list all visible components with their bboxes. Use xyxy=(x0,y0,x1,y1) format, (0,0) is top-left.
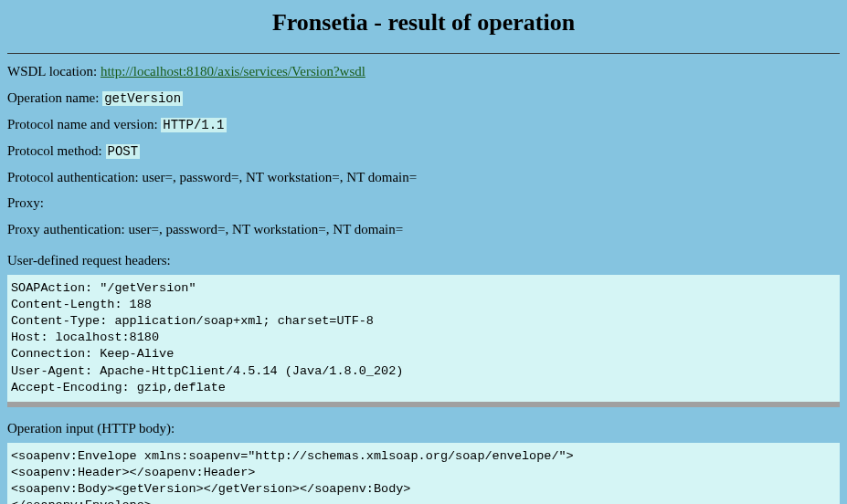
operation-name-row: Operation name: getVersion xyxy=(7,88,840,109)
protocol-auth-row: Protocol authentication: user=, password… xyxy=(7,167,840,188)
operation-input-block: <soapenv:Envelope xmlns:soapenv="http://… xyxy=(7,443,840,504)
protocol-auth-label: Protocol authentication: user=, password… xyxy=(7,170,417,184)
protocol-version-label: Protocol name and version: xyxy=(7,117,161,131)
wsdl-link[interactable]: http://localhost:8180/axis/services/Vers… xyxy=(101,64,365,79)
divider xyxy=(7,53,840,54)
request-headers-label: User-defined request headers: xyxy=(7,250,840,271)
operation-name-value: getVersion xyxy=(102,91,183,106)
proxy-auth-label: Proxy authentication: user=, password=, … xyxy=(7,222,403,236)
proxy-label: Proxy: xyxy=(7,195,44,210)
request-headers-block: SOAPAction: "/getVersion" Content-Length… xyxy=(7,275,840,408)
proxy-auth-row: Proxy authentication: user=, password=, … xyxy=(7,219,840,240)
wsdl-location-row: WSDL location: http://localhost:8180/axi… xyxy=(7,61,840,82)
protocol-method-row: Protocol method: POST xyxy=(7,141,840,162)
protocol-version-value: HTTP/1.1 xyxy=(161,118,226,132)
operation-name-label: Operation name: xyxy=(7,90,102,105)
page-title: Fronsetia - result of operation xyxy=(7,9,840,37)
operation-input-label: Operation input (HTTP body): xyxy=(7,418,840,439)
wsdl-label: WSDL location: xyxy=(7,64,101,79)
protocol-method-value: POST xyxy=(106,144,141,159)
protocol-method-label: Protocol method: xyxy=(7,143,106,158)
proxy-row: Proxy: xyxy=(7,193,840,214)
protocol-version-row: Protocol name and version: HTTP/1.1 xyxy=(7,114,840,135)
